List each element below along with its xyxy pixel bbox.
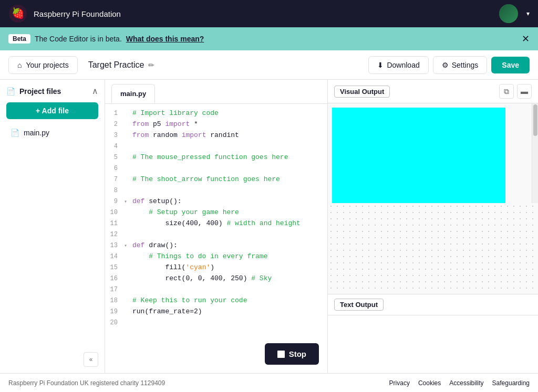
add-file-button[interactable]: + Add file [6, 102, 98, 119]
text-output-header: Text Output [328, 294, 538, 315]
project-name: Target Practice [88, 60, 144, 70]
scrollbar-vertical[interactable] [532, 103, 538, 203]
download-icon: ⬇ [377, 61, 384, 69]
code-line: 19 run(frame_rate=2) [105, 306, 327, 317]
code-line: 4 [105, 141, 327, 152]
code-line: 6 [105, 163, 327, 174]
output-controls: ⧉ ▬ [499, 84, 532, 99]
chevron-left-icon: « [89, 356, 93, 363]
beta-link[interactable]: What does this mean? [126, 35, 204, 43]
sidebar-toggle-button[interactable]: « [84, 352, 98, 367]
footer-cookies-link[interactable]: Cookies [418, 379, 441, 387]
text-output-label: Text Output [334, 299, 384, 311]
avatar[interactable] [499, 4, 518, 23]
code-line: 2 from p5 import * [105, 119, 327, 130]
code-line: 5 # The mouse_pressed function goes here [105, 152, 327, 163]
tab-main-py[interactable]: main.py [111, 84, 155, 103]
footer-text: Raspberry Pi Foundation UK registered ch… [8, 379, 389, 387]
code-line: 17 [105, 284, 327, 295]
code-line: 9 ▾ def setup(): [105, 196, 327, 207]
footer-accessibility-link[interactable]: Accessibility [449, 379, 483, 387]
expand-icon[interactable]: ⧉ [499, 84, 514, 99]
stop-button[interactable]: Stop [265, 343, 319, 365]
code-line: 14 # Things to do in every frame [105, 251, 327, 262]
text-output-section: Text Output [328, 294, 538, 373]
footer-privacy-link[interactable]: Privacy [389, 379, 410, 387]
your-projects-button[interactable]: ⌂ Your projects [8, 56, 78, 74]
footer: Raspberry Pi Foundation UK registered ch… [0, 373, 538, 392]
top-nav: 🍓 Raspberry Pi Foundation ▾ [0, 0, 538, 27]
stop-label: Stop [289, 349, 306, 358]
code-editor: main.py 1 # Import library code 2 from p… [105, 80, 328, 373]
svg-text:🍓: 🍓 [12, 7, 25, 19]
scrollbar-thumb[interactable] [533, 104, 537, 136]
code-line: 10 # Setup your game here [105, 207, 327, 218]
code-line: 18 # Keep this to run your code [105, 295, 327, 306]
code-line: 16 rect(0, 0, 400, 250) # Sky [105, 273, 327, 284]
beta-description: The Code Editor is in beta. [35, 35, 122, 43]
output-panel: Visual Output ⧉ ▬ Text Output [328, 80, 538, 373]
canvas-output [332, 108, 505, 203]
avatar-image [499, 4, 518, 23]
chevron-down-icon[interactable]: ▾ [526, 10, 530, 17]
code-line: 13 ▾ def draw(): [105, 240, 327, 251]
dotted-background [328, 203, 538, 294]
settings-label: Settings [452, 61, 479, 69]
rpi-logo: 🍓 [8, 4, 27, 23]
code-line: 20 [105, 317, 327, 329]
minimize-icon[interactable]: ▬ [517, 84, 532, 99]
settings-icon: ⚙ [442, 61, 449, 69]
org-title: Raspberry Pi Foundation [34, 9, 493, 18]
your-projects-label: Your projects [26, 61, 68, 69]
code-line: 11 size(400, 400) # width and height [105, 218, 327, 229]
code-line: 12 [105, 229, 327, 240]
file-doc-icon: 📄 [11, 129, 19, 137]
editor-tabs: main.py [105, 80, 327, 104]
home-icon: ⌂ [17, 61, 22, 69]
file-name: main.py [24, 129, 49, 137]
settings-button[interactable]: ⚙ Settings [433, 56, 488, 74]
list-item[interactable]: 📄 main.py [6, 125, 98, 140]
sidebar-title: 📄 Project files [6, 87, 61, 96]
sidebar-header: 📄 Project files ∧ [6, 86, 98, 96]
beta-badge: Beta [8, 34, 30, 44]
code-line: 1 # Import library code [105, 108, 327, 119]
sidebar: 📄 Project files ∧ + Add file 📄 main.py « [0, 80, 105, 373]
beta-bar: Beta The Code Editor is in beta. What do… [0, 27, 538, 50]
stop-button-area: Stop [265, 343, 319, 365]
footer-links: Privacy Cookies Accessibility Safeguardi… [389, 379, 530, 387]
footer-safeguarding-link[interactable]: Safeguarding [492, 379, 530, 387]
save-button[interactable]: Save [491, 57, 530, 73]
toolbar: ⌂ Your projects Target Practice ✏ ⬇ Down… [0, 50, 538, 80]
visual-output-header: Visual Output ⧉ ▬ [328, 80, 538, 103]
visual-output-label: Visual Output [334, 86, 390, 98]
code-line: 7 # The shoot_arrow function goes here [105, 174, 327, 185]
code-line: 15 fill('cyan') [105, 262, 327, 273]
download-label: Download [387, 61, 419, 69]
code-line: 3 from random import randint [105, 130, 327, 141]
download-button[interactable]: ⬇ Download [368, 56, 428, 74]
code-container[interactable]: 1 # Import library code 2 from p5 import… [105, 104, 327, 373]
project-files-label: Project files [19, 87, 61, 96]
collapse-icon[interactable]: ∧ [92, 86, 98, 96]
text-output-content [328, 315, 538, 373]
close-icon[interactable]: ✕ [522, 34, 530, 44]
main-content: 📄 Project files ∧ + Add file 📄 main.py «… [0, 80, 538, 373]
visual-output-section: Visual Output ⧉ ▬ [328, 80, 538, 294]
code-line: 8 [105, 185, 327, 196]
edit-icon[interactable]: ✏ [148, 61, 154, 69]
file-icon: 📄 [6, 87, 15, 96]
visual-canvas [328, 103, 538, 203]
stop-icon [277, 351, 285, 358]
